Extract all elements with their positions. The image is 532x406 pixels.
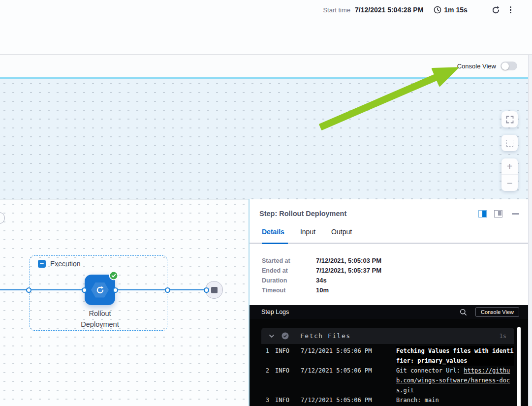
start-time-label: Start time xyxy=(323,6,350,14)
pipeline-canvas[interactable] xyxy=(0,79,532,199)
refresh-icon[interactable] xyxy=(490,4,502,16)
tab-output[interactable]: Output xyxy=(331,228,352,243)
step-logs-bar: Step Logs Console View xyxy=(250,305,532,319)
zoom-button-group: + − xyxy=(501,158,518,191)
fit-selection-button[interactable] xyxy=(501,135,518,151)
port-node-out[interactable] xyxy=(113,287,118,293)
log-message-highlighted: Fetching Values files with identifier: p… xyxy=(396,346,514,366)
minus-icon: − xyxy=(507,178,513,188)
plus-icon: + xyxy=(507,161,513,171)
log-lines: 1 INFO 7/12/2021 5:05:06 PM Fetching Val… xyxy=(261,344,514,405)
detail-row-ended: Ended at 7/12/2021, 5:05:37 PM xyxy=(262,266,381,276)
marquee-icon xyxy=(506,140,513,147)
minimize-panel-icon[interactable] xyxy=(512,213,519,215)
toggle-knob xyxy=(501,62,509,70)
detail-row-timeout: Timeout 10m xyxy=(262,285,381,295)
log-message: Git connector Url: https://github.com/wi… xyxy=(396,366,514,395)
view-options-bar: Console View xyxy=(0,55,532,79)
log-message: Branch: main xyxy=(396,395,514,405)
collapse-group-checkbox[interactable] xyxy=(38,260,46,268)
detail-row-started: Started at 7/12/2021, 5:05:03 PM xyxy=(262,256,381,266)
logs-body: Fetch Files 1s 1 INFO 7/12/2021 5:05:06 … xyxy=(250,319,532,406)
section-success-icon xyxy=(281,332,289,340)
full-view-icon[interactable] xyxy=(494,210,502,218)
clock-icon xyxy=(433,6,441,14)
step-details-panel: Step: Rollout Deployment Details Input O… xyxy=(249,199,532,406)
panel-title: Step: Rollout Deployment xyxy=(259,210,471,218)
node-label: Rollout Deployment xyxy=(63,308,137,330)
rollout-hexagon xyxy=(91,282,109,298)
page-scrollbar[interactable] xyxy=(528,55,532,406)
detail-row-duration: Duration 34s xyxy=(262,276,381,285)
execution-group-label: Execution xyxy=(50,260,80,268)
success-check-icon xyxy=(109,271,119,281)
step-logs-title: Step Logs xyxy=(261,309,459,315)
chevron-down-icon xyxy=(268,333,275,340)
console-view-button[interactable]: Console View xyxy=(475,307,519,317)
log-row-1: 1 INFO 7/12/2021 5:05:06 PM Fetching Val… xyxy=(261,346,514,366)
details-list: Started at 7/12/2021, 5:05:03 PM Ended a… xyxy=(262,256,381,295)
log-row-2: 2 INFO 7/12/2021 5:05:06 PM Git connecto… xyxy=(261,366,514,395)
port-node-in[interactable] xyxy=(82,287,87,293)
stop-square-icon xyxy=(211,287,218,293)
pipeline-execution-page: Start time 7/12/2021 5:04:28 PM 1m 15s C… xyxy=(0,0,532,406)
tab-input[interactable]: Input xyxy=(300,228,315,243)
start-time-value: 7/12/2021 5:04:28 PM xyxy=(355,6,423,14)
tab-details[interactable]: Details xyxy=(262,228,284,243)
log-row-3: 3 INFO 7/12/2021 5:05:06 PM Branch: main xyxy=(261,395,514,405)
tab-underline xyxy=(250,243,532,244)
panel-tabs: Details Input Output xyxy=(250,228,532,243)
offscreen-node xyxy=(0,212,5,224)
port-stop-in[interactable] xyxy=(204,287,209,293)
split-view-icon[interactable] xyxy=(478,210,487,218)
execution-header-bar: Start time 7/12/2021 5:04:28 PM 1m 15s xyxy=(0,0,532,55)
stage-execution-canvas[interactable]: Execution Rollout Deployment xyxy=(0,199,249,406)
port-group-out[interactable] xyxy=(165,287,170,293)
canvas-controls: + − xyxy=(501,111,518,191)
log-section-duration: 1s xyxy=(500,333,506,340)
log-scrollbar[interactable] xyxy=(517,327,521,406)
console-view-label: Console View xyxy=(457,62,496,70)
port-group-in[interactable] xyxy=(26,287,31,293)
zoom-in-button[interactable]: + xyxy=(501,158,518,175)
fullscreen-button[interactable] xyxy=(501,111,518,127)
search-icon[interactable] xyxy=(459,308,468,316)
console-view-toggle[interactable] xyxy=(501,62,517,70)
zoom-out-button[interactable]: − xyxy=(501,175,518,191)
log-section-title: Fetch Files xyxy=(300,332,500,340)
log-section-fetch-files[interactable]: Fetch Files 1s xyxy=(261,328,514,344)
more-options-icon[interactable] xyxy=(510,6,511,14)
elapsed-duration: 1m 15s xyxy=(444,6,467,14)
